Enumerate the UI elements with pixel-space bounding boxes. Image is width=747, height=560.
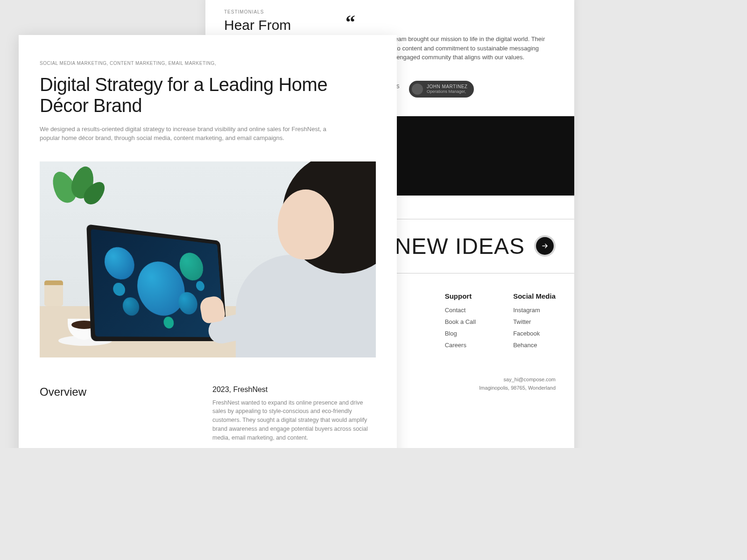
footer-social-column: Social Media Instagram Twitter Facebook … [513,292,556,353]
overview-subheading: 2023, FreshNest [212,385,376,394]
address: Imaginopolis, 98765, Wonderland [479,385,556,391]
footer-heading: Support [445,292,476,300]
footer-support-column: Support Contact Book a Call Blog Careers [445,292,476,353]
author-name: JOHN MARTINEZ [427,84,467,89]
arrow-button[interactable] [534,235,556,257]
footer-link-careers[interactable]: Careers [445,342,476,349]
contact-email[interactable]: say_hi@compose.com [504,377,556,382]
author-role: Operations Manager, [427,89,467,94]
footer-link-instagram[interactable]: Instagram [513,307,556,314]
footer-link-contact[interactable]: Contact [445,307,476,314]
case-study-page: SOCIAL MEDIA MARKETING, CONTENT MARKETIN… [19,35,397,448]
quote-mark-icon: “ [345,17,556,27]
person-illustration [198,161,376,357]
arrow-right-icon [536,237,554,255]
footer-link-blog[interactable]: Blog [445,330,476,337]
overview-text: FreshNest wanted to expand its online pr… [212,399,376,442]
footer-link-book-a-call[interactable]: Book a Call [445,318,476,325]
testimonials-eyebrow: TESTIMONIALS [224,9,556,14]
footer-link-twitter[interactable]: Twitter [513,318,556,325]
new-ideas-title: NEW IDEAS [395,233,525,259]
overview-section: Overview 2023, FreshNest FreshNest wante… [40,385,376,442]
lead-paragraph: We designed a results-oriented digital s… [40,125,329,143]
plant-decoration [49,166,105,222]
footer-heading: Social Media [513,292,556,300]
avatar [412,84,423,95]
hero-image [40,161,376,357]
page-title: Digital Strategy for a Leading Home Déco… [40,74,376,116]
testimonial-author-active[interactable]: JOHN MARTINEZ Operations Manager, [409,81,474,98]
footer-link-behance[interactable]: Behance [513,342,556,349]
overview-heading: Overview [40,385,189,442]
category-tags: SOCIAL MEDIA MARKETING, CONTENT MARKETIN… [40,61,376,66]
footer-link-facebook[interactable]: Facebook [513,330,556,337]
